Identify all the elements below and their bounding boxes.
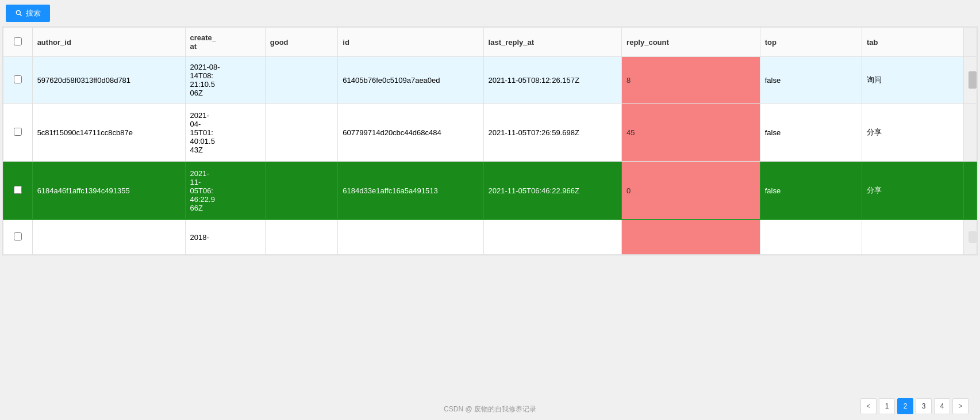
cell-good — [265, 220, 338, 255]
cell-author-id — [32, 220, 185, 255]
cell-top: false — [760, 57, 862, 104]
cell-tab: 分享 — [862, 162, 963, 220]
cell-id — [338, 220, 483, 255]
header-create-at: create_at — [185, 28, 265, 57]
cell-id: 607799714d20cbc44d68c484 — [338, 104, 483, 162]
page-2-button[interactable]: 2 — [897, 398, 913, 414]
row-checkbox[interactable] — [14, 128, 22, 136]
row-checkbox-cell — [3, 220, 33, 255]
search-button[interactable]: 搜索 — [6, 5, 50, 22]
cell-top: false — [760, 162, 862, 220]
header-scrollbar — [964, 28, 977, 57]
header-last-reply-at: last_reply_at — [483, 28, 622, 57]
cell-good — [265, 104, 338, 162]
table-row: 5c81f15090c14711cc8cb87e 2021-04-15T01:4… — [3, 104, 977, 162]
select-all-checkbox[interactable] — [14, 37, 22, 45]
data-table: author_id create_at good id last_reply_a… — [2, 26, 978, 255]
header-top: top — [760, 28, 862, 57]
cell-reply-count: 0 — [622, 162, 760, 220]
table-row: 6184a46f1affc1394c491355 2021-11-05T06:4… — [3, 162, 977, 220]
footer-brand: CSDN @ 废物的自我修养记录 — [444, 404, 536, 414]
pagination: < 1 2 3 4 > — [860, 398, 969, 414]
svg-point-0 — [16, 10, 20, 14]
table-row: 597620d58f0313ff0d08d781 2021-08-14T08:2… — [3, 57, 977, 104]
next-page-button[interactable]: > — [952, 398, 969, 414]
toolbar: 搜索 — [0, 0, 980, 26]
cell-tab: 询问 — [862, 57, 963, 104]
scrollbar-row4 — [964, 220, 977, 255]
header-tab: tab — [862, 28, 963, 57]
cell-last-reply-at: 2021-11-05T08:12:26.157Z — [483, 57, 622, 104]
header-author-id: author_id — [32, 28, 185, 57]
page-1-button[interactable]: 1 — [879, 398, 895, 414]
cell-tab: 分享 — [862, 104, 963, 162]
cell-author-id: 6184a46f1affc1394c491355 — [32, 162, 185, 220]
scrollbar-row3 — [964, 162, 977, 220]
search-label: 搜索 — [26, 8, 41, 18]
cell-last-reply-at: 2021-11-05T06:46:22.966Z — [483, 162, 622, 220]
header-good: good — [265, 28, 338, 57]
cell-top — [760, 220, 862, 255]
row-checkbox-cell — [3, 57, 33, 104]
cell-tab — [862, 220, 963, 255]
cell-top: false — [760, 104, 862, 162]
cell-last-reply-at — [483, 220, 622, 255]
cell-last-reply-at: 2021-11-05T07:26:59.698Z — [483, 104, 622, 162]
cell-author-id: 5c81f15090c14711cc8cb87e — [32, 104, 185, 162]
scrollbar-row1 — [964, 57, 977, 104]
prev-page-button[interactable]: < — [860, 398, 877, 414]
cell-id: 61405b76fe0c5109a7aea0ed — [338, 57, 483, 104]
cell-reply-count: 45 — [622, 104, 760, 162]
cell-good — [265, 57, 338, 104]
svg-line-1 — [20, 14, 21, 16]
header-id: id — [338, 28, 483, 57]
header-checkbox — [3, 28, 33, 57]
cell-create-at: 2021-08-14T08:21:10.506Z — [185, 57, 265, 104]
table-row: 2018- — [3, 220, 977, 255]
page-3-button[interactable]: 3 — [916, 398, 932, 414]
row-checkbox-cell — [3, 162, 33, 220]
cell-reply-count: 8 — [622, 57, 760, 104]
cell-author-id: 597620d58f0313ff0d08d781 — [32, 57, 185, 104]
row-checkbox-cell — [3, 104, 33, 162]
cell-create-at: 2018- — [185, 220, 265, 255]
cell-create-at: 2021-04-15T01:40:01.543Z — [185, 104, 265, 162]
search-icon — [15, 9, 23, 17]
page-4-button[interactable]: 4 — [934, 398, 950, 414]
row-checkbox[interactable] — [14, 75, 22, 83]
header-reply-count: reply_count — [622, 28, 760, 57]
cell-reply-count — [622, 220, 760, 255]
cell-id: 6184d33e1affc16a5a491513 — [338, 162, 483, 220]
cell-good — [265, 162, 338, 220]
row-checkbox[interactable] — [14, 232, 22, 240]
scrollbar-row2 — [964, 104, 977, 162]
row-checkbox[interactable] — [14, 186, 22, 194]
cell-create-at: 2021-11-05T06:46:22.966Z — [185, 162, 265, 220]
